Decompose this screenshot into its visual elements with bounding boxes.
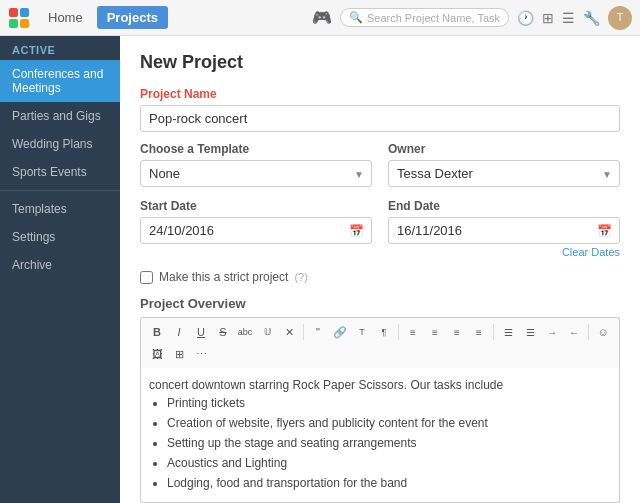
bullet-2: Creation of website, flyers and publicit…	[167, 414, 611, 432]
text-btn[interactable]: abc	[235, 322, 255, 342]
list-icon: ☰	[562, 10, 575, 26]
clear-dates-btn[interactable]: Clear Dates	[388, 246, 620, 258]
page-title: New Project	[140, 52, 620, 73]
sidebar-item-conferences[interactable]: Conferences and Meetings	[0, 60, 120, 102]
end-date-group: End Date 📅 Clear Dates	[388, 199, 620, 258]
sidebar-item-parties[interactable]: Parties and Gigs	[0, 102, 120, 130]
bullet-4: Acoustics and Lighting	[167, 454, 611, 472]
image-btn[interactable]: 🖼	[147, 344, 167, 364]
end-date-input[interactable]	[388, 217, 620, 244]
bullet-3: Setting up the stage and seating arrange…	[167, 434, 611, 452]
sidebar-item-wedding[interactable]: Wedding Plans	[0, 130, 120, 158]
clear-format-btn[interactable]: ✕	[279, 322, 299, 342]
more-btn[interactable]: ⋯	[191, 344, 211, 364]
dates-row: Start Date 📅 End Date 📅 Clear Dates	[140, 199, 620, 258]
toolbar-sep4	[588, 324, 589, 340]
outdent-btn[interactable]: ←	[564, 322, 584, 342]
link-btn[interactable]: 🔗	[330, 322, 350, 342]
owner-select-wrap: Tessa Dexter ▼	[388, 160, 620, 187]
clock-icon: 🕐	[517, 10, 534, 26]
toolbar-sep3	[493, 324, 494, 340]
grid-icon: ⊞	[542, 10, 554, 26]
owner-label: Owner	[388, 142, 620, 156]
strikethrough-btn[interactable]: S	[213, 322, 233, 342]
strict-help-icon: (?)	[294, 271, 307, 283]
uppercase-btn[interactable]: 𝕌	[257, 322, 277, 342]
strict-project-label: Make this a strict project	[159, 270, 288, 284]
template-select-wrap: None ▼	[140, 160, 372, 187]
start-date-wrap: 📅	[140, 217, 372, 244]
bold-btn[interactable]: B	[147, 322, 167, 342]
start-date-label: Start Date	[140, 199, 372, 213]
project-name-label: Project Name	[140, 87, 620, 101]
emoji-btn[interactable]: ☺	[593, 322, 613, 342]
app-logo	[8, 7, 30, 29]
search-bar[interactable]: 🔍 Search Project Name, Task	[340, 8, 509, 27]
template-group: Choose a Template None ▼	[140, 142, 372, 187]
sidebar: Active Conferences and Meetings Parties …	[0, 36, 120, 503]
nav-projects[interactable]: Projects	[97, 6, 168, 29]
nav-home[interactable]: Home	[38, 6, 93, 29]
align-justify-btn[interactable]: ≡	[469, 322, 489, 342]
owner-select[interactable]: Tessa Dexter	[388, 160, 620, 187]
end-date-label: End Date	[388, 199, 620, 213]
align-right-btn[interactable]: ≡	[447, 322, 467, 342]
layout: Active Conferences and Meetings Parties …	[0, 36, 640, 503]
start-date-input[interactable]	[140, 217, 372, 244]
template-owner-row: Choose a Template None ▼ Owner Tessa Dex…	[140, 142, 620, 187]
ul-btn[interactable]: ☰	[498, 322, 518, 342]
template-label: Choose a Template	[140, 142, 372, 156]
owner-group: Owner Tessa Dexter ▼	[388, 142, 620, 187]
search-placeholder: Search Project Name, Task	[367, 12, 500, 24]
sidebar-item-settings[interactable]: Settings	[0, 223, 120, 251]
sidebar-item-sports[interactable]: Sports Events	[0, 158, 120, 186]
align-center-btn[interactable]: ≡	[425, 322, 445, 342]
bullet-1: Printing tickets	[167, 394, 611, 412]
svg-rect-3	[20, 19, 29, 28]
toolbar-sep2	[398, 324, 399, 340]
table-btn[interactable]: ⊞	[169, 344, 189, 364]
editor-bullet-list: Printing tickets Creation of website, fl…	[149, 394, 611, 492]
strict-project-row: Make this a strict project (?)	[140, 270, 620, 284]
sidebar-active-label: Active	[0, 36, 120, 60]
quote-btn[interactable]: "	[308, 322, 328, 342]
toolbar-sep1	[303, 324, 304, 340]
template-select[interactable]: None	[140, 160, 372, 187]
project-name-group: Project Name	[140, 87, 620, 132]
sidebar-item-templates[interactable]: Templates	[0, 195, 120, 223]
avatar[interactable]: T	[608, 6, 632, 30]
sidebar-sep	[0, 190, 120, 191]
end-date-wrap: 📅	[388, 217, 620, 244]
ol-btn[interactable]: ☰	[520, 322, 540, 342]
gamepad-icon: 🎮	[312, 8, 332, 27]
editor-content[interactable]: concert downtown starring Rock Paper Sci…	[140, 368, 620, 503]
top-nav: Home Projects 🎮 🔍 Search Project Name, T…	[0, 0, 640, 36]
indent-btn[interactable]: →	[542, 322, 562, 342]
underline-btn[interactable]: U	[191, 322, 211, 342]
align-left-btn[interactable]: ≡	[403, 322, 423, 342]
svg-rect-2	[9, 19, 18, 28]
settings-icon: 🔧	[583, 10, 600, 26]
search-icon: 🔍	[349, 11, 363, 24]
editor-text: concert downtown starring Rock Paper Sci…	[149, 378, 503, 392]
start-calendar-icon: 📅	[349, 224, 364, 238]
nav-icons: 🎮 🔍 Search Project Name, Task 🕐 ⊞ ☰ 🔧 T	[312, 6, 632, 30]
overview-section-label: Project Overview	[140, 296, 620, 311]
main-content: New Project Project Name Choose a Templa…	[120, 36, 640, 503]
start-date-group: Start Date 📅	[140, 199, 372, 258]
strict-project-checkbox[interactable]	[140, 271, 153, 284]
editor-toolbar: B I U S abc 𝕌 ✕ " 🔗 T ¶ ≡ ≡ ≡ ≡ ☰ ☰ → ← …	[140, 317, 620, 368]
svg-rect-0	[9, 8, 18, 17]
italic-btn[interactable]: I	[169, 322, 189, 342]
project-name-input[interactable]	[140, 105, 620, 132]
font-btn[interactable]: T	[352, 322, 372, 342]
svg-rect-1	[20, 8, 29, 17]
sidebar-item-archive[interactable]: Archive	[0, 251, 120, 279]
bullet-5: Lodging, food and transportation for the…	[167, 474, 611, 492]
end-calendar-icon: 📅	[597, 224, 612, 238]
para-btn[interactable]: ¶	[374, 322, 394, 342]
